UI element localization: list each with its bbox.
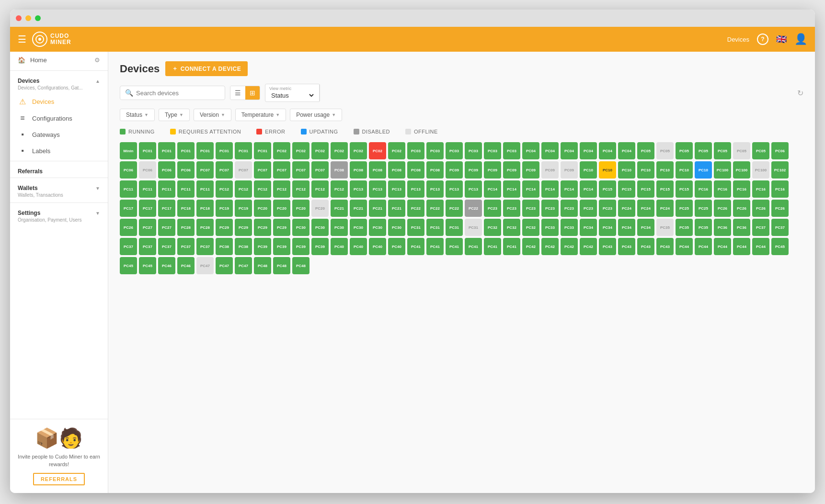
sidebar-item-gateways[interactable]: ▪ Gateways [10, 126, 108, 143]
device-tile[interactable]: PC37 [158, 238, 175, 255]
device-tile[interactable]: PC08 [407, 161, 424, 179]
flag-icon[interactable]: 🇬🇧 [776, 34, 787, 45]
device-tile[interactable]: PC12 [331, 180, 348, 198]
device-tile[interactable]: PC21 [369, 200, 386, 217]
device-tile[interactable]: PC45 [120, 257, 137, 274]
device-tile[interactable]: PC28 [177, 219, 195, 236]
device-tile[interactable]: PC36 [714, 219, 731, 236]
device-tile[interactable]: PC30 [311, 219, 329, 236]
device-tile[interactable]: PC26 [771, 200, 789, 217]
device-tile[interactable]: PC09 [541, 161, 559, 179]
device-tile[interactable]: PC06 [771, 142, 789, 159]
device-tile[interactable]: PC33 [561, 219, 578, 236]
device-tile[interactable]: PC06 [177, 161, 195, 179]
device-tile[interactable]: PC22 [426, 200, 444, 217]
device-tile[interactable]: PC30 [369, 219, 386, 236]
device-tile[interactable]: PC40 [388, 238, 405, 255]
device-tile[interactable]: PC12 [254, 180, 271, 198]
help-icon[interactable]: ? [757, 34, 768, 45]
device-tile[interactable]: PC07 [273, 161, 290, 179]
device-tile[interactable]: PC03 [484, 142, 501, 159]
device-tile[interactable]: PC46 [177, 257, 195, 274]
device-tile[interactable]: PC28 [196, 219, 214, 236]
device-tile[interactable]: PC19 [235, 200, 252, 217]
filter-power-usage[interactable]: Power usage ▼ [290, 109, 342, 121]
device-tile[interactable]: PC35 [676, 219, 693, 236]
search-input[interactable] [136, 90, 220, 97]
device-tile[interactable]: PC22 [465, 200, 482, 217]
device-tile[interactable]: PC29 [273, 219, 290, 236]
device-tile[interactable]: PC31 [407, 219, 424, 236]
device-tile[interactable]: PC06 [120, 161, 137, 179]
device-tile[interactable]: PC26 [752, 200, 769, 217]
search-box[interactable]: 🔍 [120, 86, 225, 100]
device-tile[interactable]: PC03 [465, 142, 482, 159]
device-tile[interactable]: PC14 [541, 180, 559, 198]
device-tile[interactable]: PC37 [177, 238, 195, 255]
device-tile[interactable]: PC20 [254, 200, 271, 217]
device-tile[interactable]: PC25 [695, 200, 712, 217]
device-tile[interactable]: PC06 [158, 161, 175, 179]
device-tile[interactable]: PC26 [120, 219, 137, 236]
device-tile[interactable]: PC02 [311, 142, 329, 159]
device-tile[interactable]: PC39 [311, 238, 329, 255]
dot-yellow[interactable] [25, 15, 31, 21]
device-tile[interactable]: PC10 [599, 161, 616, 179]
device-tile[interactable]: PC15 [637, 180, 654, 198]
device-tile[interactable]: PC11 [196, 180, 214, 198]
device-tile[interactable]: PC44 [733, 238, 750, 255]
device-tile[interactable]: PC42 [580, 238, 597, 255]
filter-temperature[interactable]: Temperature ▼ [235, 109, 286, 121]
dot-green[interactable] [35, 15, 41, 21]
device-tile[interactable]: PC05 [752, 142, 769, 159]
user-icon[interactable]: 👤 [794, 33, 807, 45]
list-view-button[interactable]: ☰ [230, 86, 245, 100]
device-tile[interactable]: PC03 [426, 142, 444, 159]
device-tile[interactable]: PC12 [235, 180, 252, 198]
device-tile[interactable]: PC24 [618, 200, 635, 217]
device-tile[interactable]: PC16 [714, 180, 731, 198]
device-tile[interactable]: PC47 [196, 257, 214, 274]
device-tile[interactable]: PC48 [292, 257, 309, 274]
device-tile[interactable]: PC09 [522, 161, 539, 179]
device-tile[interactable]: PC02 [331, 142, 348, 159]
device-tile[interactable]: PC10 [580, 161, 597, 179]
device-tile[interactable]: PC34 [599, 219, 616, 236]
device-tile[interactable]: PC37 [139, 238, 156, 255]
device-tile[interactable]: PC26 [733, 200, 750, 217]
sidebar-settings-header[interactable]: Settings ▼ [10, 205, 108, 217]
device-tile[interactable]: PC07 [292, 161, 309, 179]
device-tile[interactable]: PC09 [503, 161, 520, 179]
device-tile[interactable]: PC16 [771, 180, 789, 198]
device-tile[interactable]: PC07 [254, 161, 271, 179]
device-tile[interactable]: PC10 [656, 161, 674, 179]
device-tile[interactable]: PC100 [733, 161, 750, 179]
device-tile[interactable]: PC17 [158, 200, 175, 217]
device-tile[interactable]: PC10 [695, 161, 712, 179]
device-tile[interactable]: PC48 [273, 257, 290, 274]
device-tile[interactable]: PC04 [618, 142, 635, 159]
device-tile[interactable]: PC40 [369, 238, 386, 255]
device-tile[interactable]: PC27 [139, 219, 156, 236]
device-tile[interactable]: PC38 [216, 238, 233, 255]
sidebar-referrals-header[interactable]: Referrals [10, 163, 108, 176]
device-tile[interactable]: PC29 [235, 219, 252, 236]
device-tile[interactable]: PC14 [580, 180, 597, 198]
device-tile[interactable]: PC01 [235, 142, 252, 159]
device-tile[interactable]: PC21 [350, 200, 367, 217]
device-tile[interactable]: PC25 [676, 200, 693, 217]
device-tile[interactable]: PC31 [446, 219, 463, 236]
device-tile[interactable]: PC40 [350, 238, 367, 255]
device-tile[interactable]: PC20 [292, 200, 309, 217]
device-tile[interactable]: PC01 [216, 142, 233, 159]
device-tile[interactable]: PC44 [752, 238, 769, 255]
device-tile[interactable]: PC33 [541, 219, 559, 236]
device-tile[interactable]: PC15 [618, 180, 635, 198]
device-tile[interactable]: PC05 [637, 142, 654, 159]
device-tile[interactable]: PC23 [522, 200, 539, 217]
device-tile[interactable]: PC04 [599, 142, 616, 159]
device-tile[interactable]: PC02 [388, 142, 405, 159]
device-tile[interactable]: PC41 [465, 238, 482, 255]
device-tile[interactable]: PC05 [733, 142, 750, 159]
device-tile[interactable]: PC10 [676, 161, 693, 179]
